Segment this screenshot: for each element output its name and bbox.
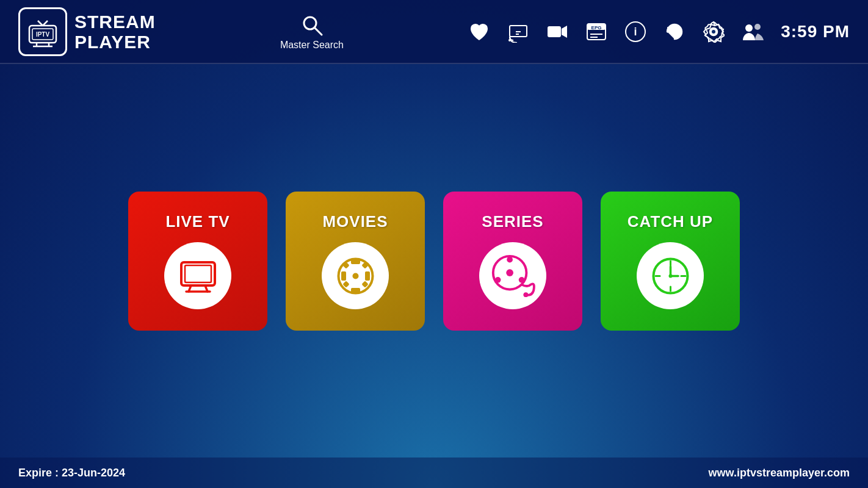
- favorites-icon[interactable]: [468, 21, 490, 43]
- epg-icon[interactable]: EPG: [585, 21, 607, 43]
- svg-rect-28: [185, 265, 211, 282]
- svg-point-11: [508, 39, 511, 41]
- movies-card[interactable]: MOVIES: [286, 192, 425, 331]
- search-label: Master Search: [280, 40, 344, 51]
- svg-rect-36: [351, 259, 360, 264]
- series-icon-circle: [479, 242, 546, 309]
- catchup-label: CATCH UP: [627, 212, 713, 231]
- film-icon: [333, 253, 378, 299]
- catchup-card[interactable]: CATCH UP: [601, 192, 740, 331]
- tv-icon: [175, 253, 221, 299]
- svg-marker-13: [562, 26, 567, 38]
- search-icon: [300, 13, 324, 37]
- header-icons: EPG i: [468, 21, 850, 43]
- website-text: www.iptvstreamplayer.com: [709, 467, 850, 479]
- catchup-icon-circle: [637, 242, 704, 309]
- logo-icon: IPTV: [18, 7, 67, 56]
- clock-icon: [648, 253, 693, 299]
- svg-text:IPTV: IPTV: [36, 31, 50, 38]
- info-icon[interactable]: i: [624, 21, 646, 43]
- svg-text:i: i: [634, 26, 637, 38]
- movies-icon-circle: [322, 242, 389, 309]
- logo-text: STREAM PLAYER: [74, 12, 156, 52]
- expire-text: Expire : 23-Jun-2024: [18, 467, 125, 479]
- svg-rect-12: [548, 26, 561, 37]
- svg-point-33: [352, 273, 358, 279]
- logo-area: IPTV STREAM PLAYER: [18, 7, 156, 56]
- refresh-icon[interactable]: [664, 21, 685, 43]
- svg-rect-37: [351, 288, 360, 293]
- svg-point-24: [712, 30, 715, 34]
- clock-display: 3:59 PM: [781, 22, 850, 41]
- live-tv-label: LIVE TV: [165, 212, 230, 231]
- search-area[interactable]: Master Search: [280, 13, 344, 51]
- movies-label: MOVIES: [322, 212, 388, 231]
- series-label: SERIES: [482, 212, 543, 231]
- live-tv-icon-circle: [164, 242, 231, 309]
- svg-point-26: [754, 24, 761, 30]
- live-tv-card[interactable]: LIVE TV: [128, 192, 267, 331]
- svg-point-55: [668, 274, 672, 278]
- users-icon[interactable]: [742, 21, 764, 43]
- svg-rect-35: [365, 271, 370, 281]
- svg-point-45: [519, 277, 525, 283]
- cast-icon[interactable]: [507, 21, 529, 43]
- svg-line-9: [314, 27, 322, 35]
- svg-point-25: [745, 24, 753, 32]
- header: IPTV STREAM PLAYER Master Search: [0, 0, 868, 64]
- footer: Expire : 23-Jun-2024 www.iptvstreamplaye…: [0, 458, 868, 488]
- main-content: LIVE TV MOVIES: [0, 64, 868, 458]
- svg-point-46: [495, 277, 501, 283]
- svg-point-44: [507, 257, 513, 263]
- video-icon[interactable]: [546, 21, 568, 43]
- svg-point-47: [524, 292, 529, 297]
- settings-icon[interactable]: [703, 21, 725, 43]
- series-card[interactable]: SERIES: [443, 192, 582, 331]
- svg-text:EPG: EPG: [591, 25, 602, 30]
- svg-rect-34: [341, 271, 346, 281]
- reel-icon: [489, 252, 537, 300]
- svg-point-43: [506, 269, 513, 276]
